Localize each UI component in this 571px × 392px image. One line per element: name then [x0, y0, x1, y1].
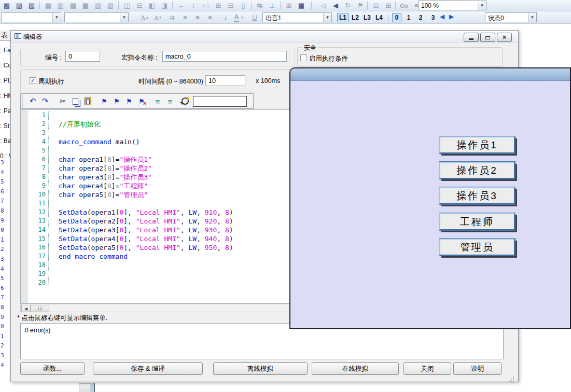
tree-number-fragment[interactable]: 6	[1, 285, 4, 291]
align-bottom-icon[interactable]: ▥	[92, 1, 104, 10]
tree-item-fragment[interactable]: : PL	[0, 77, 11, 84]
find-input[interactable]	[193, 96, 247, 107]
chevron-down-icon[interactable]: ▼	[528, 13, 536, 22]
language-combobox[interactable]: 语言1 ▼	[262, 12, 332, 22]
tree-number-fragment[interactable]: 5	[1, 275, 4, 282]
group-icon[interactable]: ⊡	[370, 1, 382, 10]
align-middle-icon[interactable]: ▦	[80, 1, 91, 10]
state-3-button[interactable]: 3	[428, 13, 438, 22]
tree-number-fragment[interactable]: 0	[1, 323, 4, 330]
add-bookmark-icon[interactable]: ⚑	[99, 96, 110, 106]
align-center-horizontal-icon[interactable]: ▥	[55, 1, 66, 10]
operator3-button[interactable]: 操作员3	[439, 187, 515, 204]
tree-number-fragment[interactable]: 2	[1, 246, 4, 253]
operator2-button[interactable]: 操作员2	[439, 162, 515, 179]
decrease-font-icon[interactable]: A▼	[152, 12, 164, 22]
go-to-icon[interactable]: Go	[398, 1, 410, 10]
tree-number-fragment[interactable]: 1	[1, 236, 4, 243]
tree-number-fragment[interactable]: 2	[1, 342, 4, 349]
space-horizontal-icon[interactable]: ⊞	[213, 1, 224, 10]
space-vertical-icon[interactable]: ⊟	[225, 1, 236, 10]
tree-number-fragment[interactable]: 3	[1, 352, 4, 359]
engineer-button[interactable]: 工程师	[439, 213, 515, 230]
italic-icon[interactable]: I	[220, 12, 231, 22]
tree-number-fragment[interactable]: 4	[1, 265, 4, 272]
bring-to-front-icon[interactable]: ▩	[1, 1, 12, 10]
operator1-button[interactable]: 操作员1	[439, 136, 515, 153]
state-combobox[interactable]: 状态0 ▼	[485, 12, 537, 22]
tree-number-fragment[interactable]: 8	[1, 207, 4, 214]
add-object-icon[interactable]: ⊞	[283, 1, 295, 10]
layer-order-icon[interactable]: ▧	[26, 1, 37, 10]
align-right-icon[interactable]: ▧	[105, 1, 116, 10]
nudge-right-icon[interactable]: ◨	[159, 1, 170, 10]
macro-name-input[interactable]	[162, 51, 287, 62]
tree-number-fragment[interactable]: 9	[1, 217, 4, 224]
distribute-vertical-icon[interactable]: ⊟	[134, 1, 145, 10]
select-object-icon[interactable]: ▦	[296, 1, 307, 10]
tree-number-fragment[interactable]: 8	[1, 304, 4, 311]
tree-number-fragment[interactable]: 3	[1, 256, 4, 262]
tree-item-fragment[interactable]: : Pa	[0, 107, 11, 115]
font-size-combobox[interactable]: ▼	[64, 12, 129, 22]
flip-horizontal-icon[interactable]: ◁	[317, 1, 329, 10]
align-text-left-icon[interactable]: ≡	[179, 12, 191, 22]
tree-tab[interactable]: 表	[0, 30, 11, 41]
redo-icon[interactable]: ↷	[39, 96, 51, 106]
chevron-down-icon[interactable]: ▼	[52, 13, 61, 22]
tree-item-fragment[interactable]: : Ba	[0, 137, 11, 145]
language-l4-button[interactable]: L4	[373, 13, 385, 22]
background-scrollbar-fragment[interactable]	[90, 383, 95, 392]
previous-state-icon[interactable]: ◀	[440, 13, 444, 20]
fit-height-icon[interactable]: ⊥	[267, 1, 278, 10]
tree-number-fragment[interactable]: 7	[1, 198, 4, 204]
enable-condition-checkbox[interactable]	[300, 54, 307, 61]
pin-icon[interactable]: ⚑	[355, 1, 366, 10]
paste-icon[interactable]	[82, 96, 93, 106]
tree-number-fragment[interactable]: 7	[1, 294, 4, 301]
align-left-icon[interactable]: ▤	[43, 1, 54, 10]
distribute-horizontal-icon[interactable]: ◫	[121, 1, 133, 10]
nudge-left-icon[interactable]: ◧	[146, 1, 158, 10]
align-top-icon[interactable]: ▤	[67, 1, 79, 10]
state-0-button[interactable]: 0	[392, 13, 401, 22]
cut-icon[interactable]: ✂	[57, 96, 68, 106]
functions-button[interactable]: 函数...	[20, 362, 85, 375]
language-l1-button[interactable]: L1	[337, 13, 349, 22]
font-combobox[interactable]: ▼	[1, 12, 61, 22]
minimize-button[interactable]	[464, 33, 479, 42]
help-button[interactable]: 说明	[453, 362, 502, 375]
fit-width-icon[interactable]: ↹	[254, 1, 266, 10]
tree-item-fragment[interactable]: : Fa	[0, 47, 11, 54]
undo-icon[interactable]: ↶	[27, 96, 38, 106]
font-color-icon[interactable]: A▼	[231, 12, 247, 22]
same-width-icon[interactable]: ↔	[175, 1, 187, 10]
send-to-back-icon[interactable]: ▨	[13, 1, 25, 10]
tree-number-fragment[interactable]: 9	[1, 314, 4, 320]
same-height-icon[interactable]: ↕	[188, 1, 199, 10]
scrollbar-thumb[interactable]	[31, 305, 49, 312]
resize-grip[interactable]	[513, 376, 514, 377]
macro-number-input[interactable]	[65, 51, 100, 62]
online-simulation-button[interactable]: 在线模拟	[312, 362, 399, 375]
copy-icon[interactable]	[69, 96, 81, 106]
save-compile-button[interactable]: 保存 & 编译	[93, 362, 203, 375]
ungroup-icon[interactable]: ⊞	[383, 1, 394, 10]
tree-number-fragment[interactable]: 0	[1, 227, 4, 233]
close-button[interactable]: ×	[497, 33, 512, 42]
tree-number-fragment[interactable]: 5	[1, 178, 4, 185]
offline-simulation-button[interactable]: 离线模拟	[213, 362, 308, 375]
tree-number-fragment[interactable]: 1	[1, 333, 4, 340]
chevron-down-icon[interactable]: ▼	[120, 13, 128, 22]
chevron-down-icon[interactable]: ▼	[478, 1, 486, 10]
zoom-combobox[interactable]: 100 % ▼	[418, 1, 486, 10]
next-bookmark-icon[interactable]: ⚑	[111, 96, 122, 106]
hmi-title-bar[interactable]	[290, 68, 570, 81]
language-l3-button[interactable]: L3	[361, 13, 373, 22]
outdent-icon[interactable]: ≡	[164, 96, 176, 106]
editor-title-bar[interactable]: 编辑器 ×	[11, 31, 518, 43]
tree-number-fragment[interactable]: 4	[1, 169, 4, 176]
increase-font-icon[interactable]: A▲	[139, 12, 150, 22]
state-2-button[interactable]: 2	[416, 13, 425, 22]
indent-icon[interactable]: ≡	[152, 96, 163, 106]
